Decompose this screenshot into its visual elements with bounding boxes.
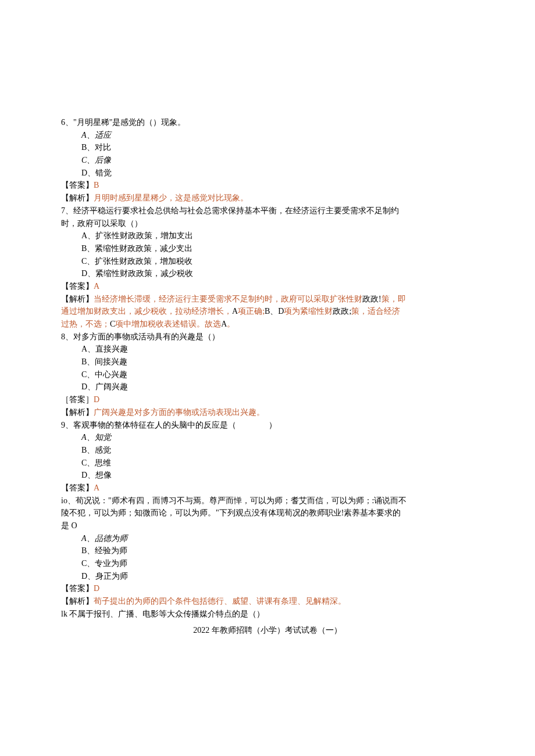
q6-expl-body: 月明时感到星星稀少，这是感觉对比现象。: [94, 194, 248, 202]
q8-explanation: 【解析】广阔兴趣是对多方面的事物或活动表现出兴趣。: [61, 406, 474, 419]
q7-option-c: C、扩张性财政政策，增加税收: [81, 255, 474, 268]
q8-answer-label: ［答案］: [61, 395, 94, 404]
q7-expl-p1c: 策，即: [381, 295, 406, 303]
q9-answer-label: 【答案】: [61, 483, 94, 492]
q7-expl-p2e: 项为紧缩性财: [284, 307, 333, 316]
q7-option-b: B、紧缩性财政政策，减少支出: [81, 242, 474, 255]
q7-expl-p3d: A: [221, 320, 227, 328]
q7-expl-p3e: 。: [227, 320, 235, 328]
q10-expl-label: 【解析】: [61, 597, 94, 605]
q9-answer-value: A: [94, 483, 99, 492]
q8-expl-body: 广阔兴趣是对多方面的事物或活动表现出兴趣。: [94, 408, 265, 417]
q7-expl-p2g: 策，适合经济: [351, 307, 400, 316]
q10-explanation: 【解析】荀子提出的为师的四个条件包括德行、威望、讲课有条理、见解精深。: [61, 595, 474, 608]
q7-answer-value: A: [94, 282, 99, 291]
q9-option-a: A、知觉: [81, 431, 474, 444]
q10-answer: 【答案】D: [61, 582, 474, 595]
q7-answer: 【答案】A: [61, 280, 474, 293]
q7-explanation-line3: 过热，不选；C项中增加税收表述错误。故选A。: [61, 318, 474, 331]
q7-explanation-line1: 【解析】当经济增长滞缓，经济运行主要受需求不足制约时，政府可以采取扩张性财政政!…: [61, 293, 474, 306]
q8-answer-value: D: [94, 395, 99, 404]
q9-stem: 9、客观事物的整体特征在人的头脑中的反应是（ ）: [61, 419, 474, 432]
q10-answer-value: D: [94, 584, 99, 593]
q7-expl-p3a: 过热，不选；: [61, 320, 110, 328]
q8-stem: 8、对多方面的事物或活动具有的兴趣是（）: [61, 331, 474, 343]
q8-answer: ［答案］D: [61, 393, 474, 406]
q7-expl-p2a: 通过增加财政支出，减少税收，拉动经济增长，: [61, 307, 232, 316]
q10-stem-line1: io、荀况说："师术有四，而博习不与焉。尊严而惮，可以为师；耆艾而信，可以为师；…: [61, 495, 474, 507]
q7-option-d: D、紧缩性财政政策，减少税收: [81, 267, 474, 280]
q8-expl-label: 【解析】: [61, 408, 94, 417]
q7-expl-p1a: 当经济增长滞缓，经济运行主要受需求不足制约时，政府可以采取扩张性财: [94, 295, 362, 303]
q10-answer-label: 【答案】: [61, 584, 94, 593]
q8-option-a: A、直接兴趣: [81, 343, 474, 356]
q8-option-c: C、中心兴趣: [81, 368, 474, 381]
q10-option-d: D、身正为师: [81, 570, 474, 583]
q8-option-d: D、广阔兴趣: [81, 381, 474, 393]
q6-answer-label: 【答案】: [61, 181, 94, 189]
q7-expl-p2d: B、D: [265, 307, 284, 316]
q7-expl-p2c: 项正确;: [238, 307, 265, 316]
q7-explanation-line2: 通过增加财政支出，减少税收，拉动经济增长，A项正确;B、D项为紧缩性财政政;策，…: [61, 305, 474, 318]
q7-expl-p1b: 政政!: [362, 295, 381, 303]
q7-stem-line1: 7、经济平稳运行要求社会总供给与社会总需求保持基本平衡，在经济运行主要受需求不足…: [61, 205, 474, 217]
q6-answer-value: B: [94, 181, 99, 189]
q6-option-b: B、对比: [81, 141, 474, 154]
document-page: 6、"月明星稀"是感觉的（）现象。 A、适应 B、对比 C、后像 D、错觉 【答…: [0, 0, 535, 756]
q8-option-b: B、间接兴趣: [81, 356, 474, 368]
q6-option-a: A、适应: [81, 129, 474, 142]
footer-exam-title: 2022 年教师招聘（小学）考试试卷（一）: [61, 624, 474, 637]
q10-option-b: B、经验为师: [81, 544, 474, 557]
q7-expl-body-1: 当经济增长滞缓，经济运行主要受需求不足制约时，政府可以采取扩张性财政政!策，即: [94, 295, 406, 303]
q7-expl-p2b: A: [232, 307, 238, 316]
q10-expl-body: 荀子提出的为师的四个条件包括德行、威望、讲课有条理、见解精深。: [94, 597, 346, 605]
q7-expl-p3c: 项中增加税收表述错误。故选: [115, 320, 221, 328]
q7-stem-line2: 时，政府可以采取（）: [61, 217, 474, 230]
q9-option-b: B、感觉: [81, 444, 474, 457]
q6-option-c: C、后像: [81, 154, 474, 167]
q7-expl-label: 【解析】: [61, 295, 94, 303]
q9-answer: 【答案】A: [61, 482, 474, 495]
q9-option-d: D、想像: [81, 469, 474, 482]
q7-expl-p2f: 政政;: [333, 307, 351, 316]
q10-option-c: C、专业为师: [81, 557, 474, 570]
q6-stem: 6、"月明星稀"是感觉的（）现象。: [61, 116, 474, 129]
q7-expl-body-3: 过热，不选；C项中增加税收表述错误。故选A。: [61, 320, 235, 328]
q6-answer: 【答案】B: [61, 179, 474, 192]
q6-explanation: 【解析】月明时感到星星稀少，这是感觉对比现象。: [61, 192, 474, 205]
q7-expl-p3b: C: [110, 320, 115, 328]
q6-option-d: D、错觉: [81, 167, 474, 180]
q7-expl-body-2: 通过增加财政支出，减少税收，拉动经济增长，A项正确;B、D项为紧缩性财政政;策，…: [61, 307, 400, 316]
q10-stem-line2: 陵不犯，可以为师；知微而论，可以为师。"下列观点没有体现荀况的教师职业!素养基本…: [61, 507, 474, 519]
q7-answer-label: 【答案】: [61, 282, 94, 291]
q11-stem: lk 不属于报刊、广播、电影等大众传播媒介特点的是（）: [61, 608, 474, 621]
q7-option-a: A、扩张性财政政策，增加支出: [81, 230, 474, 242]
q6-expl-label: 【解析】: [61, 194, 94, 202]
q10-stem-line3: 是 O: [61, 519, 474, 532]
q9-option-c: C、思维: [81, 457, 474, 470]
q10-option-a: A、品德为师: [81, 532, 474, 545]
